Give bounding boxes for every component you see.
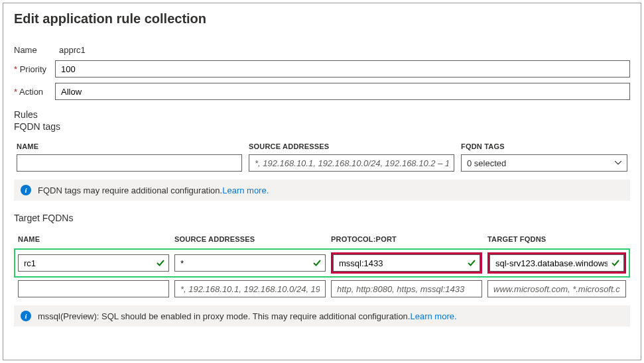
priority-row: Priority xyxy=(14,60,630,78)
action-row: Action xyxy=(14,83,630,100)
target-fqdns-info-bar: i mssql(Preview): SQL should be enabled … xyxy=(14,305,630,327)
rule-name-input[interactable] xyxy=(18,254,169,272)
fqdn-tags-dropdown-value: 0 selected xyxy=(467,158,506,168)
fqdn-tags-info-text: FQDN tags may require additional configu… xyxy=(38,185,222,195)
check-icon xyxy=(156,258,165,268)
rule-source-input[interactable] xyxy=(174,254,326,272)
priority-input[interactable] xyxy=(55,60,630,78)
action-label: Action xyxy=(14,87,55,97)
rule-target-cell xyxy=(487,252,626,274)
rule-target-input[interactable] xyxy=(489,254,624,272)
fqdn-tags-row: 0 selected xyxy=(14,154,630,172)
check-icon xyxy=(467,258,476,268)
learn-more-link[interactable]: Learn more. xyxy=(222,185,269,195)
header-protocol: PROTOCOL:PORT xyxy=(331,235,482,243)
header-name: NAME xyxy=(17,142,242,150)
fqdn-name-input[interactable] xyxy=(17,154,242,172)
fqdn-tags-info-bar: i FQDN tags may require additional confi… xyxy=(14,180,630,201)
rules-label: Rules xyxy=(14,109,630,120)
fqdn-tags-grid: NAME SOURCE ADDRESSES FQDN TAGS 0 select… xyxy=(14,138,630,172)
action-input[interactable] xyxy=(55,83,630,100)
fqdn-source-input[interactable] xyxy=(249,154,454,172)
edit-rule-collection-panel: Edit application rule collection Name ap… xyxy=(3,3,641,360)
rule-source-cell xyxy=(174,254,326,272)
name-value: apprc1 xyxy=(55,45,86,55)
header-source: SOURCE ADDRESSES xyxy=(174,235,326,243)
target-fqdns-grid: NAME SOURCE ADDRESSES PROTOCOL:PORT TARG… xyxy=(14,231,630,297)
priority-label: Priority xyxy=(14,64,55,74)
info-icon: i xyxy=(21,185,31,195)
fqdn-tags-headers: NAME SOURCE ADDRESSES FQDN TAGS xyxy=(14,138,630,154)
learn-more-link[interactable]: Learn more. xyxy=(410,311,456,321)
target-fqdns-label: Target FQDNs xyxy=(14,213,630,223)
rule-protocol-input[interactable] xyxy=(333,254,480,272)
rule-name-cell xyxy=(18,254,169,272)
empty-protocol-input[interactable] xyxy=(331,280,482,297)
fqdn-tags-label: FQDN tags xyxy=(14,121,630,132)
name-label: Name xyxy=(14,45,55,55)
header-tags: FQDN TAGS xyxy=(461,142,627,150)
empty-source-input[interactable] xyxy=(174,280,326,297)
check-icon xyxy=(312,258,322,268)
header-target: TARGET FQDNS xyxy=(487,235,626,243)
target-empty-row xyxy=(14,278,630,297)
info-icon: i xyxy=(21,311,31,321)
target-row-highlighted xyxy=(14,248,630,278)
header-source: SOURCE ADDRESSES xyxy=(249,142,454,150)
fqdn-tags-dropdown[interactable]: 0 selected xyxy=(461,154,627,172)
empty-name-input[interactable] xyxy=(18,280,169,297)
check-icon xyxy=(611,258,620,268)
target-headers: NAME SOURCE ADDRESSES PROTOCOL:PORT TARG… xyxy=(14,231,630,248)
chevron-down-icon xyxy=(615,161,621,165)
page-title: Edit application rule collection xyxy=(14,11,630,26)
empty-target-input[interactable] xyxy=(487,280,626,297)
header-name: NAME xyxy=(18,235,169,243)
target-fqdns-info-text: mssql(Preview): SQL should be enabled in… xyxy=(38,311,410,321)
name-row: Name apprc1 xyxy=(14,45,630,55)
rule-protocol-cell xyxy=(331,252,482,274)
